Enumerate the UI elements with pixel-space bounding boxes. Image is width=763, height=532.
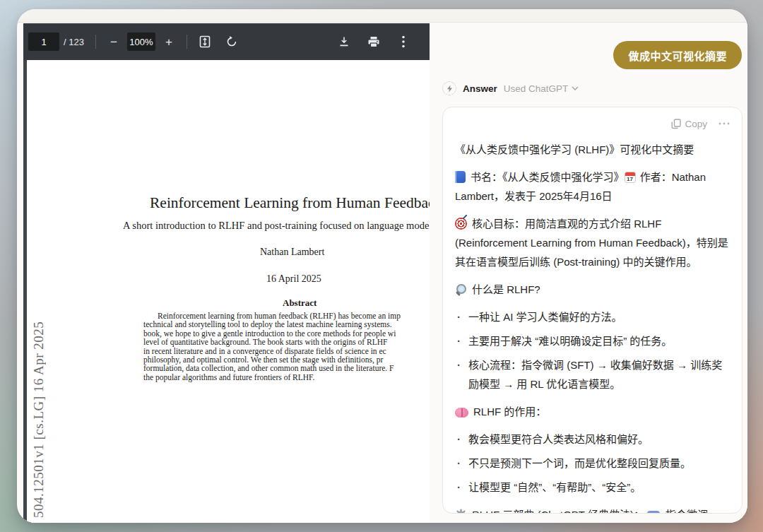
pdf-page: 504.12501v1 [cs.LG] 16 Apr 2025 Reinforc… <box>27 60 431 523</box>
gear-icon <box>455 509 467 514</box>
book-info-line: 书名：《从人类反馈中强化学习》17 作者：Nathan Lambert，发表于 … <box>455 167 730 206</box>
what-is-bullet-list: 一种让 AI 学习人类偏好的方法。 主要用于解决 “难以明确设定目标” 的任务。… <box>455 307 730 394</box>
abstract-line: book, we hope to give a gentle introduct… <box>143 329 431 338</box>
abstract-line: level of quantitative background. The bo… <box>143 338 431 346</box>
paper-date: 16 April 2025 <box>266 273 321 285</box>
role-text: RLHF 的作用： <box>473 406 546 418</box>
what-is-text: 什么是 RLHF? <box>472 283 540 295</box>
abstract-heading: Abstract <box>283 297 317 309</box>
steps-text: RLHF 三部曲 (ChatGPT 经典做法)： <box>472 509 644 514</box>
abstract-line: in recent literature and in a convergenc… <box>143 347 431 355</box>
download-icon <box>338 36 350 47</box>
goal-line: 核心目标：用简洁直观的方式介绍 RLHF (Reinforcement Lear… <box>455 214 730 271</box>
print-icon <box>367 36 380 48</box>
fit-page-button[interactable] <box>196 32 214 51</box>
download-button[interactable] <box>335 32 353 51</box>
arxiv-sidebar-text: 504.12501v1 [cs.LG] 16 Apr 2025 <box>31 235 52 518</box>
summary-title: 《从人类反馈中强化学习 (RLHF)》可视化中文摘要 <box>455 140 730 159</box>
rotate-button[interactable] <box>223 32 241 51</box>
goal-text: 核心目标：用简洁直观的方式介绍 RLHF (Reinforcement Lear… <box>455 218 728 268</box>
calendar-day: 17 <box>625 176 635 183</box>
answer-panel: 做成中文可视化摘要 Answer Used ChatGPT <box>430 23 747 523</box>
copy-icon <box>671 119 681 129</box>
brain-icon <box>455 408 468 418</box>
abstract-text: Reinforcement learning from human feedba… <box>143 312 431 382</box>
card-actions: Copy <box>455 116 730 131</box>
zoom-level-input[interactable] <box>127 32 155 51</box>
calendar-icon: 17 <box>625 172 636 183</box>
pdf-viewer: / 123 − + <box>23 23 431 523</box>
page-count-label: / 123 <box>64 37 84 47</box>
kebab-menu-icon <box>402 35 405 48</box>
list-item: 核心流程：指令微调 (SFT) → 收集偏好数据 → 训练奖励模型 → 用 RL… <box>455 355 730 394</box>
answer-label: Answer <box>463 83 497 94</box>
toolbar-divider <box>187 35 187 49</box>
card-more-button[interactable] <box>718 122 730 125</box>
minus-icon: − <box>110 36 117 48</box>
answer-card: Copy 《从人类反馈中强化学习 (RLHF)》可视化中文摘要 书名：《从人类反… <box>442 107 743 514</box>
chevron-down-icon <box>572 86 579 90</box>
make-chinese-visual-summary-button[interactable]: 做成中文可视化摘要 <box>613 41 742 69</box>
what-is-heading: 什么是 RLHF? <box>455 280 730 299</box>
keycap-1-icon: 1 <box>647 511 660 514</box>
list-item: 一种让 AI 学习人类偏好的方法。 <box>455 307 730 326</box>
fit-page-icon <box>199 35 211 48</box>
list-item: 教会模型更符合人类表达风格和偏好。 <box>455 430 730 449</box>
toolbar-divider <box>95 35 96 49</box>
list-item: 让模型更 “自然”、“有帮助”、“安全”。 <box>455 478 730 497</box>
spark-circle <box>442 81 456 95</box>
copy-button[interactable]: Copy <box>671 119 707 129</box>
abstract-line: the popular algorithms and future fronti… <box>143 373 431 382</box>
page-number-input[interactable] <box>28 32 59 51</box>
window-top-strip <box>17 9 747 23</box>
paper-subtitle: A short introduction to RLHF and post-tr… <box>123 220 431 232</box>
list-item: 主要用于解决 “难以明确设定目标” 的任务。 <box>455 331 730 350</box>
app-window: / 123 − + <box>17 9 747 523</box>
model-used-dropdown[interactable]: Used ChatGPT <box>504 83 579 94</box>
rotate-icon <box>225 35 238 48</box>
paper-author: Nathan Lambert <box>260 247 324 258</box>
magnifier-icon <box>455 283 467 295</box>
plus-icon: + <box>165 36 172 48</box>
zoom-in-button[interactable]: + <box>160 32 178 51</box>
target-icon <box>455 218 467 230</box>
role-bullet-list: 教会模型更符合人类表达风格和偏好。 不只是预测下一个词，而是优化整段回复质量。 … <box>455 430 730 497</box>
role-heading: RLHF 的作用： <box>455 402 730 421</box>
answer-header-row: Answer Used ChatGPT <box>442 81 579 95</box>
paper-title: Reinforcement Learning from Human Feedba… <box>150 194 431 212</box>
copy-label: Copy <box>685 119 707 129</box>
summary-content: 《从人类反馈中强化学习 (RLHF)》可视化中文摘要 书名：《从人类反馈中强化学… <box>455 140 730 514</box>
abstract-line: philosophy, and optimal control. We then… <box>143 355 431 364</box>
blue-book-icon <box>455 171 466 183</box>
print-button[interactable] <box>365 32 383 51</box>
lightning-icon <box>446 85 453 93</box>
list-item: 不只是预测下一个词，而是优化整段回复质量。 <box>455 454 730 473</box>
abstract-line: technical and storytelling tool to deplo… <box>143 320 431 329</box>
pdf-toolbar: / 123 − + <box>23 23 431 60</box>
book-name-text: 书名：《从人类反馈中强化学习》 <box>471 171 625 183</box>
abstract-line: Reinforcement learning from human feedba… <box>143 312 431 320</box>
three-steps-line: RLHF 三部曲 (ChatGPT 经典做法)：1 指令微调 (Instruct… <box>455 505 730 514</box>
abstract-line: formulation, data collection, and other … <box>143 364 431 372</box>
model-used-label: Used ChatGPT <box>504 83 569 94</box>
ellipsis-icon <box>718 122 730 125</box>
zoom-out-button[interactable]: − <box>105 32 123 51</box>
more-options-button[interactable] <box>394 32 413 51</box>
